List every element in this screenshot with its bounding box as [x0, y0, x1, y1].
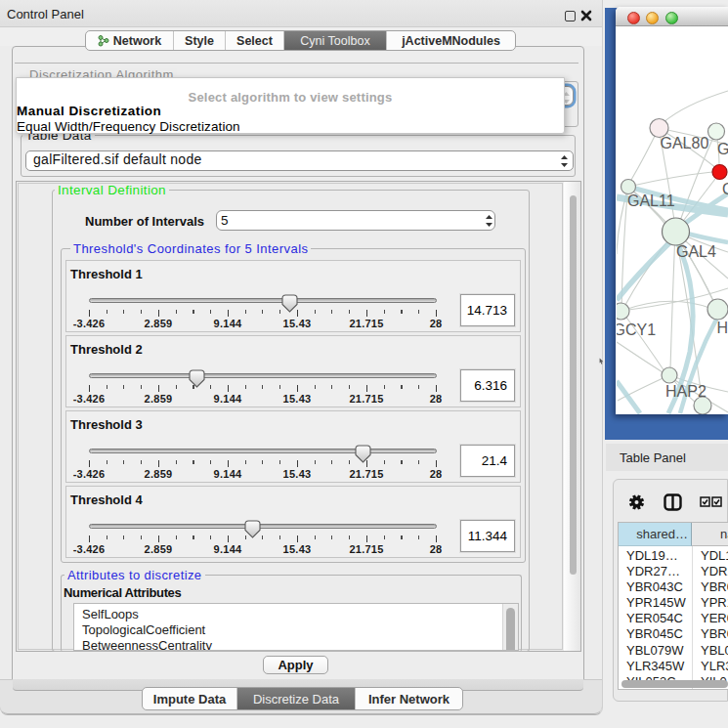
svg-text:GAL11: GAL11 — [627, 193, 675, 209]
svg-text:H: H — [717, 320, 728, 336]
svg-text:C: C — [722, 181, 728, 197]
svg-text:GA: GA — [717, 141, 728, 157]
svg-text:GCY1: GCY1 — [617, 321, 656, 338]
svg-text:HAP2: HAP2 — [665, 383, 707, 400]
svg-text:GAL4: GAL4 — [676, 243, 716, 260]
svg-text:GAL80: GAL80 — [661, 135, 709, 151]
